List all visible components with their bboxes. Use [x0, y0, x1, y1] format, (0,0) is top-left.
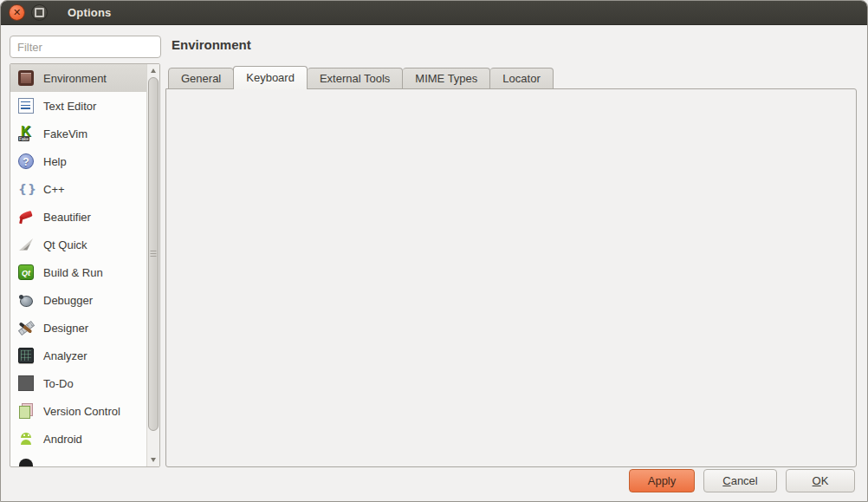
sidebar-item-label: Qt Quick [43, 238, 87, 251]
scroll-up-icon[interactable] [151, 68, 156, 73]
sidebar-item-label: C++ [43, 183, 65, 196]
settings-category-list: EnvironmentText EditorFakeVimHelpC++Beau… [10, 63, 160, 467]
window-title: Options [68, 6, 112, 19]
sidebar-item-label: Help [43, 155, 67, 168]
keyboard-tab-panel [165, 88, 857, 467]
close-icon[interactable]: ✕ [9, 4, 25, 21]
sidebar-item-debugger[interactable]: Debugger [10, 286, 146, 314]
scrollbar-thumb[interactable] [148, 77, 159, 431]
settings-category-items: EnvironmentText EditorFakeVimHelpC++Beau… [10, 64, 146, 466]
sidebar-item-todo[interactable]: To-Do [10, 369, 146, 397]
tab-locator[interactable]: Locator [490, 68, 553, 89]
tab-mime-types[interactable]: MIME Types [403, 68, 490, 89]
sidebar-item-label: Analyzer [43, 349, 87, 362]
options-dialog: ✕ Options EnvironmentText EditorFakeVimH… [0, 0, 868, 502]
sidebar-item-label: Designer [43, 322, 88, 335]
sidebar-item-label: Beautifier [43, 211, 91, 224]
sidebar-item-partial[interactable] [10, 453, 146, 466]
sidebar-item-cpp[interactable]: C++ [10, 175, 146, 203]
sidebar-item-build-run[interactable]: Build & Run [10, 258, 146, 286]
sidebar-item-label: Version Control [43, 405, 120, 418]
cancel-button[interactable]: Cancel [703, 469, 777, 492]
sidebar-item-label: Android [43, 433, 82, 446]
partial-icon [18, 459, 34, 466]
sidebar-item-beautifier[interactable]: Beautifier [10, 203, 146, 231]
build-run-icon [18, 264, 34, 280]
sidebar-item-help[interactable]: Help [10, 147, 146, 175]
todo-icon [18, 375, 34, 391]
sidebar-item-environment[interactable]: Environment [10, 64, 146, 92]
sidebar-item-fakevim[interactable]: FakeVim [10, 120, 146, 147]
sidebar-item-label: Environment [43, 72, 107, 85]
sidebar-item-label: Debugger [43, 294, 93, 307]
sidebar-item-label: Text Editor [43, 100, 96, 113]
tab-general[interactable]: General [168, 68, 234, 89]
tab-bar: GeneralKeyboardExternal ToolsMIME TypesL… [168, 66, 554, 89]
tab-external-tools[interactable]: External Tools [308, 68, 403, 89]
sidebar-item-version-control[interactable]: Version Control [10, 397, 146, 425]
beautifier-icon [18, 209, 34, 225]
titlebar: ✕ Options [1, 1, 867, 25]
sidebar-item-analyzer[interactable]: Analyzer [10, 342, 146, 369]
sidebar-item-qt-quick[interactable]: Qt Quick [10, 231, 146, 258]
debugger-icon [18, 292, 34, 308]
sidebar-item-label: To-Do [43, 377, 74, 390]
filter-input[interactable] [10, 36, 161, 58]
dialog-button-box: Apply Cancel OK [629, 469, 855, 492]
sidebar-item-android[interactable]: Android [10, 425, 146, 453]
analyzer-icon [18, 348, 34, 363]
sidebar-scrollbar[interactable] [146, 64, 159, 466]
apply-button[interactable]: Apply [629, 469, 695, 492]
text-editor-icon [18, 98, 34, 114]
qt-quick-icon [18, 237, 34, 252]
page-title: Environment [172, 37, 251, 52]
maximize-icon[interactable] [31, 4, 48, 21]
sidebar-item-label: FakeVim [43, 127, 87, 140]
sidebar-item-label: Build & Run [43, 266, 103, 279]
sidebar-item-text-editor[interactable]: Text Editor [10, 92, 146, 120]
cpp-icon [18, 181, 34, 197]
android-icon [18, 431, 34, 447]
ok-button[interactable]: OK [786, 469, 855, 492]
designer-icon [18, 320, 34, 336]
tab-keyboard[interactable]: Keyboard [233, 66, 308, 89]
help-icon [18, 153, 34, 169]
environment-icon [18, 70, 34, 86]
version-control-icon [18, 403, 34, 419]
fakevim-icon [18, 126, 34, 141]
sidebar-item-designer[interactable]: Designer [10, 314, 146, 342]
scroll-down-icon[interactable] [151, 458, 156, 462]
